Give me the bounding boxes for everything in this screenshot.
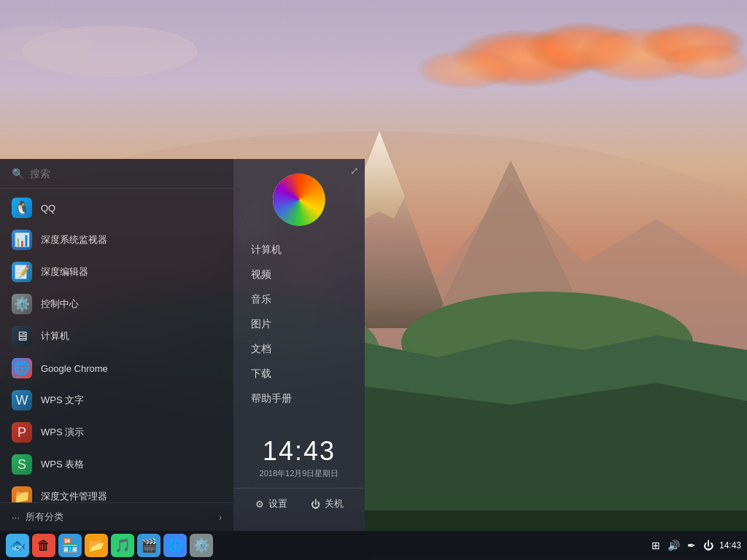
app-item-system-monitor[interactable]: 📊深度系统监视器 — [0, 224, 233, 256]
power-tray-icon[interactable]: ⏻ — [702, 538, 715, 553]
search-input[interactable] — [30, 168, 222, 179]
clock-area: 14:43 2018年12月9日星期日 — [260, 436, 339, 479]
expand-icon[interactable]: ⤢ — [350, 165, 359, 176]
menu-left-panel: 🔍 🐧QQ📊深度系统监视器📝深度编辑器⚙️控制中心🖥计算机🌐Google Chr… — [0, 159, 233, 531]
quick-link-video[interactable]: 视频 — [239, 262, 359, 287]
quick-link-downloads[interactable]: 下载 — [239, 362, 359, 386]
tray-clock: 14:43 — [719, 540, 741, 551]
taskbar-icon-video2[interactable]: 🎬 — [137, 534, 160, 557]
taskbar-icon-music2[interactable]: 🎵 — [111, 534, 134, 557]
app-item-wps-writer[interactable]: WWPS 文字 — [0, 384, 233, 416]
quick-link-documents[interactable]: 文档 — [239, 337, 359, 362]
app-item-file-manager[interactable]: 📁深度文件管理器 — [0, 481, 233, 502]
settings-icon: ⚙ — [255, 499, 264, 510]
system-tray: ⊞ 🔊 ✒ ⏻ 14:43 — [650, 538, 741, 553]
app-icon-wps-presentation: P — [12, 422, 32, 443]
clock-time: 14:43 — [260, 436, 339, 467]
grid-tray-icon[interactable]: ⊞ — [650, 538, 662, 553]
app-item-text-editor[interactable]: 📝深度编辑器 — [0, 256, 233, 288]
shutdown-label: 关机 — [325, 497, 344, 510]
app-label-wps-spreadsheet: WPS 表格 — [41, 458, 84, 471]
taskbar-icon-launcher[interactable]: 🐟 — [6, 534, 29, 557]
svg-point-18 — [416, 49, 518, 90]
start-menu: 🔍 🐧QQ📊深度系统监视器📝深度编辑器⚙️控制中心🖥计算机🌐Google Chr… — [0, 159, 365, 531]
taskbar: 🐟🗑🏪📂🎵🎬🌐⚙️ ⊞ 🔊 ✒ ⏻ 14:43 — [0, 531, 747, 560]
app-item-file-computer[interactable]: 🖥计算机 — [0, 320, 233, 352]
volume-icon[interactable]: 🔊 — [666, 538, 681, 553]
quick-link-pictures[interactable]: 图片 — [239, 312, 359, 337]
quick-link-help[interactable]: 帮助手册 — [239, 386, 359, 411]
app-icon-wps-spreadsheet: S — [12, 454, 32, 475]
taskbar-icon-recycle[interactable]: 🗑 — [32, 534, 55, 557]
taskbar-icon-settings2[interactable]: ⚙️ — [190, 534, 213, 557]
all-categories-label: 所有分类 — [26, 510, 63, 524]
all-categories-item[interactable]: ··· 所有分类 › — [0, 502, 233, 531]
dots-icon: ··· — [12, 512, 20, 523]
app-icon-file-computer: 🖥 — [12, 326, 32, 346]
user-avatar[interactable] — [273, 174, 325, 226]
app-item-wps-presentation[interactable]: PWPS 演示 — [0, 416, 233, 448]
app-label-wps-presentation: WPS 演示 — [41, 426, 84, 439]
app-label-control-center: 控制中心 — [41, 298, 79, 311]
app-label-file-manager: 深度文件管理器 — [41, 490, 107, 502]
app-icon-qq: 🐧 — [12, 198, 32, 218]
app-label-google-chrome: Google Chrome — [41, 363, 108, 374]
shutdown-button[interactable]: ⏻ 关机 — [305, 494, 349, 513]
app-icon-google-chrome: 🌐 — [12, 358, 32, 378]
app-item-google-chrome[interactable]: 🌐Google Chrome — [0, 352, 233, 384]
taskbar-icon-store2[interactable]: 🏪 — [58, 534, 82, 557]
search-bar[interactable]: 🔍 — [0, 159, 233, 189]
chevron-right-icon: › — [219, 512, 222, 523]
quick-links: 计算机视频音乐图片文档下载帮助手册 — [233, 238, 365, 436]
network-icon[interactable]: ✒ — [686, 538, 697, 553]
app-label-qq: QQ — [41, 203, 55, 214]
quick-link-music[interactable]: 音乐 — [239, 287, 359, 312]
taskbar-left: 🐟🗑🏪📂🎵🎬🌐⚙️ — [6, 534, 213, 557]
settings-label: 设置 — [268, 497, 287, 510]
app-item-qq[interactable]: 🐧QQ — [0, 192, 233, 224]
app-list: 🐧QQ📊深度系统监视器📝深度编辑器⚙️控制中心🖥计算机🌐Google Chrom… — [0, 189, 233, 502]
app-label-system-monitor: 深度系统监视器 — [41, 233, 107, 246]
app-item-control-center[interactable]: ⚙️控制中心 — [0, 288, 233, 320]
app-label-file-computer: 计算机 — [41, 330, 69, 343]
avatar-image — [273, 174, 325, 226]
settings-button[interactable]: ⚙ 设置 — [249, 494, 293, 513]
app-icon-file-manager: 📁 — [12, 486, 32, 502]
app-icon-system-monitor: 📊 — [12, 230, 32, 250]
taskbar-icon-files[interactable]: 📂 — [85, 534, 108, 557]
search-icon: 🔍 — [12, 168, 24, 179]
taskbar-right: ⊞ 🔊 ✒ ⏻ 14:43 — [650, 538, 741, 553]
app-icon-wps-writer: W — [12, 390, 32, 411]
app-icon-text-editor: 📝 — [12, 262, 32, 282]
clock-date: 2018年12月9日星期日 — [260, 468, 339, 479]
app-label-text-editor: 深度编辑器 — [41, 265, 88, 279]
app-icon-control-center: ⚙️ — [12, 294, 32, 314]
menu-actions: ⚙ 设置 ⏻ 关机 — [233, 488, 365, 519]
app-label-wps-writer: WPS 文字 — [41, 394, 84, 407]
app-item-wps-spreadsheet[interactable]: SWPS 表格 — [0, 448, 233, 481]
quick-link-computer[interactable]: 计算机 — [239, 238, 359, 262]
menu-right-panel: ⤢ 计算机视频音乐图片文档下载帮助手册 14:43 2018年12月9日星期日 … — [233, 159, 365, 531]
power-icon: ⏻ — [311, 499, 320, 510]
taskbar-icon-chrome2[interactable]: 🌐 — [163, 534, 187, 557]
